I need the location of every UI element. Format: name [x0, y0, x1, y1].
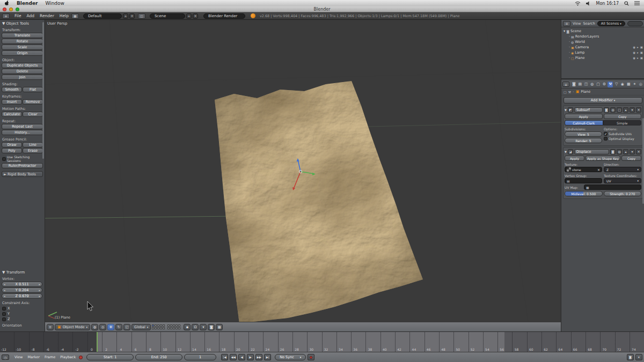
- apply-as-shape-key-button[interactable]: Apply as Shape Key: [586, 156, 620, 161]
- timeline-editor-icon[interactable]: ◷: [2, 354, 9, 360]
- add-layout-button[interactable]: +: [123, 13, 128, 19]
- checkbox-icon[interactable]: [2, 312, 6, 316]
- catmull-clark-toggle[interactable]: Catmull-Clark: [565, 120, 603, 125]
- layer-toggle[interactable]: [163, 324, 165, 327]
- play-reverse-button[interactable]: ◀: [238, 354, 245, 360]
- checkbox-icon[interactable]: ✓: [604, 132, 608, 136]
- delete-scene-button[interactable]: ✕: [193, 13, 198, 19]
- texture-coordinates-select[interactable]: UV▾: [604, 178, 641, 183]
- expander-icon[interactable]: ·: [569, 56, 570, 60]
- expand-arrow-icon[interactable]: ▼: [565, 108, 567, 112]
- tool-button-history-[interactable]: History...: [2, 130, 43, 135]
- direction-select[interactable]: Z▾: [604, 167, 641, 172]
- notification-center-icon[interactable]: [634, 1, 640, 5]
- layer-toggle[interactable]: [167, 327, 170, 329]
- expander-icon[interactable]: ·: [569, 40, 570, 44]
- viewport-menu-icon[interactable]: ≡: [47, 324, 54, 330]
- tool-button-origin[interactable]: Origin: [2, 50, 43, 56]
- tool-button-draw[interactable]: Draw: [2, 142, 22, 147]
- record-button[interactable]: [308, 354, 314, 360]
- properties-tab-world[interactable]: ◍: [589, 82, 595, 87]
- outliner-item-world[interactable]: ·◍World: [561, 39, 644, 45]
- render-engine-select[interactable]: Blender Render: [203, 13, 245, 19]
- optimal-display-checkbox[interactable]: Optimal Display: [604, 137, 641, 141]
- viewport-visibility-toggle[interactable]: ◍: [610, 107, 616, 113]
- constraint-axis-y[interactable]: Y: [2, 312, 42, 316]
- menubar-window-menu[interactable]: Window: [45, 1, 64, 6]
- subsurf-apply-button[interactable]: Apply: [565, 114, 603, 119]
- layer-toggle[interactable]: [175, 327, 178, 329]
- layers-grid-2[interactable]: [167, 324, 180, 329]
- properties-tab-scene[interactable]: ◫: [583, 82, 589, 87]
- checkbox-icon[interactable]: [2, 307, 6, 311]
- outliner-view-menu[interactable]: View: [573, 21, 581, 26]
- subdivide-uvs-checkbox[interactable]: ✓Subdivide UVs: [604, 132, 641, 136]
- move-modifier-down-button[interactable]: ▾: [630, 107, 635, 113]
- screen-layout-icon[interactable]: ▦: [71, 13, 79, 19]
- layer-toggle[interactable]: [157, 327, 159, 329]
- render-toggle-icon[interactable]: ▣: [640, 56, 643, 60]
- manipulator-rotate-button[interactable]: ↻: [115, 324, 122, 330]
- outliner-item-lamp[interactable]: ·◉Lamp◉▸▣: [561, 50, 644, 55]
- layer-toggle[interactable]: [167, 324, 170, 327]
- texture-name[interactable]: stone: [572, 168, 596, 172]
- sync-mode-select[interactable]: No Sync▾: [275, 354, 306, 360]
- constraint-axis-z[interactable]: Z: [2, 317, 42, 321]
- hide-toggle-icon[interactable]: ◉: [633, 46, 635, 49]
- keying-options-icon[interactable]: ▾: [635, 354, 642, 360]
- render-toggle-icon[interactable]: ▣: [640, 51, 643, 54]
- layer-toggle[interactable]: [152, 324, 154, 327]
- tool-button-repeat-last[interactable]: Repeat Last: [2, 124, 43, 129]
- auto-keyframe-record-button[interactable]: [79, 356, 83, 359]
- timeline-frame-menu[interactable]: Frame: [45, 355, 55, 359]
- volume-icon[interactable]: [586, 1, 591, 6]
- editor-type-icon[interactable]: ≡: [2, 13, 10, 19]
- tool-button-flat[interactable]: Flat: [23, 87, 43, 92]
- outliner-item-scene[interactable]: ▾◙Scene: [561, 28, 644, 34]
- add-modifier-button[interactable]: Add Modifier ▾: [564, 97, 642, 104]
- hide-toggle-icon[interactable]: ◉: [633, 56, 635, 60]
- properties-tab-render-layers[interactable]: ▤: [577, 82, 583, 87]
- tool-button-join[interactable]: Join: [2, 75, 43, 80]
- manipulator-scale-button[interactable]: ◱: [123, 324, 130, 330]
- tool-button-duplicate-objects[interactable]: Duplicate Objects: [2, 63, 43, 68]
- transform-orientation-select[interactable]: Global▾: [131, 324, 151, 330]
- breadcrumb-object-name[interactable]: Plane: [581, 90, 590, 94]
- tool-button-calculate[interactable]: Calculate: [2, 112, 22, 117]
- viewport-shading-select[interactable]: ◍: [91, 324, 98, 330]
- viewport-visibility-toggle[interactable]: ◍: [617, 149, 622, 154]
- expander-icon[interactable]: ·: [569, 45, 570, 49]
- expander-icon[interactable]: ·: [569, 34, 570, 39]
- snap-magnet-icon[interactable]: Ω: [192, 324, 199, 330]
- screen-layout-select[interactable]: Default: [83, 13, 122, 19]
- next-keyframe-button[interactable]: ▶▶: [255, 354, 262, 360]
- apple-menu-icon[interactable]: [4, 0, 9, 6]
- jump-to-start-button[interactable]: |◀: [221, 354, 228, 360]
- checkbox-icon[interactable]: [604, 137, 608, 141]
- timeline-ruler[interactable]: -12-10-8-6-4-202468101214161820222426283…: [0, 331, 644, 352]
- frame-end-field[interactable]: End: 250: [135, 354, 182, 360]
- use-sketching-sessions-checkbox[interactable]: Use Sketching Sessions: [2, 155, 43, 162]
- menu-add[interactable]: Add: [27, 13, 35, 18]
- outliner-editor-icon[interactable]: ≡: [563, 21, 570, 26]
- layer-toggle[interactable]: [173, 324, 175, 327]
- tool-button-erase[interactable]: Erase: [23, 148, 43, 153]
- subsurf-name-field[interactable]: Subsurf: [574, 107, 603, 113]
- outliner-search-input[interactable]: [627, 21, 643, 26]
- play-button[interactable]: ▶: [247, 354, 254, 360]
- menu-render[interactable]: Render: [40, 13, 54, 18]
- properties-tab-render[interactable]: ◙: [571, 82, 576, 87]
- layer-toggle[interactable]: [170, 327, 172, 329]
- selectability-toggle-icon[interactable]: ▸: [637, 56, 639, 60]
- tool-button-ruler-protractor[interactable]: Ruler/Protractor: [2, 163, 43, 168]
- menubar-clock[interactable]: Mon 16:17: [596, 1, 619, 6]
- move-modifier-down-button[interactable]: ▾: [630, 149, 635, 154]
- properties-tab-physics[interactable]: ◎: [638, 82, 643, 87]
- subsurf-copy-button[interactable]: Copy: [604, 114, 642, 119]
- layer-toggle[interactable]: [157, 324, 159, 327]
- strength-slider[interactable]: Strength: 0.270: [604, 191, 642, 196]
- spotlight-search-icon[interactable]: [624, 1, 629, 6]
- layer-toggle[interactable]: [173, 327, 175, 329]
- checkbox-icon[interactable]: [2, 157, 6, 161]
- tool-button-translate[interactable]: Translate: [2, 33, 43, 38]
